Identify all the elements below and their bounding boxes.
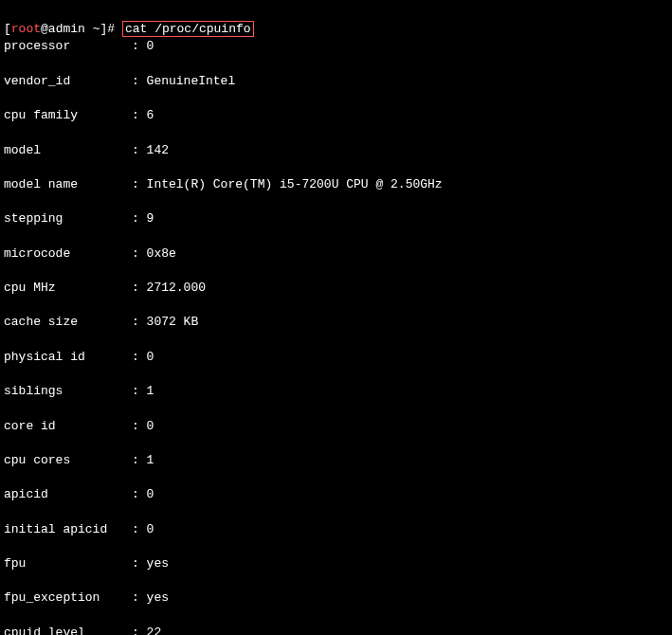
cpuinfo-row: cpu MHz: 2712.000: [4, 280, 668, 297]
cpuinfo-row: cache size: 3072 KB: [4, 314, 668, 331]
cpuinfo-row: model: 142: [4, 142, 668, 159]
terminal-output: [root@admin ~]# cat /proc/cpuinfo proces…: [4, 4, 668, 635]
cpuinfo-row: core id: 0: [4, 418, 668, 435]
cpuinfo-row: processor: 0: [4, 38, 668, 55]
prompt-line-1: [root@admin ~]# cat /proc/cpuinfo: [4, 21, 254, 37]
cpuinfo-row: fpu_exception: yes: [4, 590, 668, 607]
cpuinfo-row: physical id: 0: [4, 349, 668, 366]
prompt-user: root: [11, 22, 41, 36]
cpuinfo-row: vendor_id: GenuineIntel: [4, 73, 668, 90]
cpuinfo-row: model name: Intel(R) Core(TM) i5-7200U C…: [4, 176, 668, 193]
command-1-highlight: cat /proc/cpuinfo: [122, 21, 254, 37]
cpuinfo-row: siblings: 1: [4, 383, 668, 400]
cpuinfo-row: stepping: 9: [4, 210, 668, 227]
command-1: cat /proc/cpuinfo: [125, 22, 251, 36]
cpuinfo-row: cpu family: 6: [4, 107, 668, 124]
cpuinfo-row: cpu cores: 1: [4, 452, 668, 469]
cpuinfo-row: fpu: yes: [4, 555, 668, 572]
cpuinfo-row: cpuid level: 22: [4, 625, 668, 635]
cpuinfo-row: microcode: 0x8e: [4, 245, 668, 263]
cpuinfo-row: initial apicid: 0: [4, 521, 668, 538]
cpuinfo-row: apicid: 0: [4, 486, 668, 503]
